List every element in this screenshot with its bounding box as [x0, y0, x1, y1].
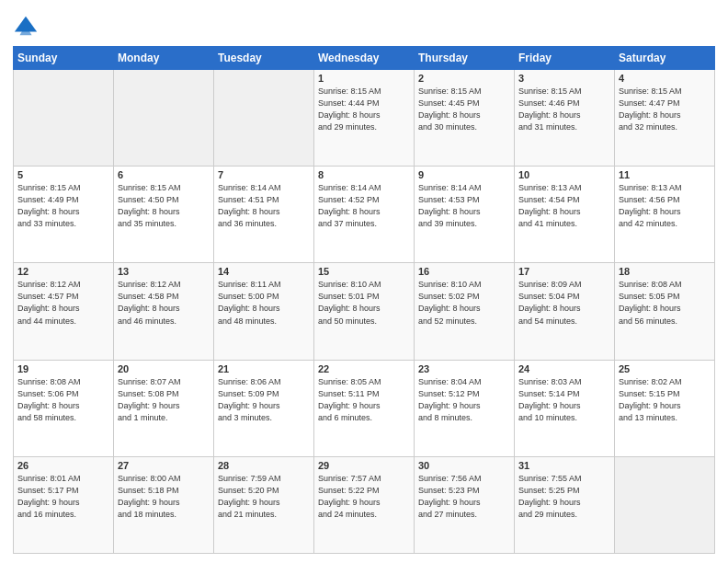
calendar-cell	[14, 70, 114, 167]
weekday-header-sunday: Sunday	[14, 47, 114, 70]
calendar-cell: 23Sunrise: 8:04 AM Sunset: 5:12 PM Dayli…	[415, 360, 515, 456]
weekday-header-row: SundayMondayTuesdayWednesdayThursdayFrid…	[14, 47, 715, 70]
day-info: Sunrise: 8:15 AM Sunset: 4:46 PM Dayligh…	[518, 86, 610, 133]
calendar-cell: 27Sunrise: 8:00 AM Sunset: 5:18 PM Dayli…	[114, 456, 214, 553]
day-info: Sunrise: 8:05 AM Sunset: 5:11 PM Dayligh…	[318, 376, 410, 424]
day-info: Sunrise: 8:13 AM Sunset: 4:56 PM Dayligh…	[619, 182, 711, 230]
calendar-cell: 30Sunrise: 7:56 AM Sunset: 5:23 PM Dayli…	[415, 456, 515, 553]
day-info: Sunrise: 8:13 AM Sunset: 4:54 PM Dayligh…	[518, 182, 610, 230]
calendar-cell: 11Sunrise: 8:13 AM Sunset: 4:56 PM Dayli…	[615, 167, 715, 263]
day-info: Sunrise: 7:57 AM Sunset: 5:22 PM Dayligh…	[318, 473, 410, 521]
day-number: 15	[318, 266, 410, 277]
day-info: Sunrise: 8:08 AM Sunset: 5:05 PM Dayligh…	[619, 279, 711, 327]
day-number: 9	[418, 169, 510, 180]
day-number: 20	[118, 363, 210, 374]
day-number: 17	[518, 266, 610, 277]
day-number: 24	[518, 363, 610, 374]
calendar-cell: 22Sunrise: 8:05 AM Sunset: 5:11 PM Dayli…	[314, 360, 415, 456]
calendar-cell: 17Sunrise: 8:09 AM Sunset: 5:04 PM Dayli…	[515, 263, 615, 360]
calendar-cell: 8Sunrise: 8:14 AM Sunset: 4:52 PM Daylig…	[314, 167, 415, 263]
day-number: 25	[619, 363, 711, 374]
day-info: Sunrise: 8:15 AM Sunset: 4:47 PM Dayligh…	[619, 86, 711, 133]
calendar-cell: 16Sunrise: 8:10 AM Sunset: 5:02 PM Dayli…	[415, 263, 515, 360]
calendar-cell: 4Sunrise: 8:15 AM Sunset: 4:47 PM Daylig…	[615, 70, 715, 167]
calendar-cell: 3Sunrise: 8:15 AM Sunset: 4:46 PM Daylig…	[515, 70, 615, 167]
day-number: 21	[218, 363, 310, 374]
calendar-cell: 24Sunrise: 8:03 AM Sunset: 5:14 PM Dayli…	[515, 360, 615, 456]
day-info: Sunrise: 8:12 AM Sunset: 4:58 PM Dayligh…	[118, 279, 210, 327]
day-number: 10	[518, 169, 610, 180]
day-info: Sunrise: 8:04 AM Sunset: 5:12 PM Dayligh…	[418, 376, 510, 424]
weekday-header-thursday: Thursday	[415, 47, 515, 70]
logo-icon	[13, 13, 39, 39]
calendar-cell: 9Sunrise: 8:14 AM Sunset: 4:53 PM Daylig…	[415, 167, 515, 263]
day-info: Sunrise: 8:02 AM Sunset: 5:15 PM Dayligh…	[619, 376, 711, 424]
calendar-cell: 13Sunrise: 8:12 AM Sunset: 4:58 PM Dayli…	[114, 263, 214, 360]
day-info: Sunrise: 8:14 AM Sunset: 4:53 PM Dayligh…	[418, 182, 510, 230]
calendar-cell: 5Sunrise: 8:15 AM Sunset: 4:49 PM Daylig…	[14, 167, 114, 263]
day-number: 28	[218, 460, 310, 471]
calendar-week-4: 19Sunrise: 8:08 AM Sunset: 5:06 PM Dayli…	[14, 360, 715, 456]
day-number: 7	[218, 169, 310, 180]
day-number: 11	[619, 169, 711, 180]
day-info: Sunrise: 8:15 AM Sunset: 4:45 PM Dayligh…	[418, 86, 510, 133]
day-number: 18	[619, 266, 711, 277]
day-info: Sunrise: 8:09 AM Sunset: 5:04 PM Dayligh…	[518, 279, 610, 327]
day-info: Sunrise: 8:03 AM Sunset: 5:14 PM Dayligh…	[518, 376, 610, 424]
day-number: 5	[17, 169, 109, 180]
weekday-header-wednesday: Wednesday	[314, 47, 415, 70]
calendar-cell: 6Sunrise: 8:15 AM Sunset: 4:50 PM Daylig…	[114, 167, 214, 263]
weekday-header-tuesday: Tuesday	[214, 47, 314, 70]
day-info: Sunrise: 8:00 AM Sunset: 5:18 PM Dayligh…	[118, 473, 210, 521]
day-number: 27	[118, 460, 210, 471]
calendar-cell: 20Sunrise: 8:07 AM Sunset: 5:08 PM Dayli…	[114, 360, 214, 456]
calendar-cell: 26Sunrise: 8:01 AM Sunset: 5:17 PM Dayli…	[14, 456, 114, 553]
day-info: Sunrise: 8:14 AM Sunset: 4:51 PM Dayligh…	[218, 182, 310, 230]
day-number: 23	[418, 363, 510, 374]
day-info: Sunrise: 8:10 AM Sunset: 5:01 PM Dayligh…	[318, 279, 410, 327]
header	[13, 9, 715, 39]
calendar-week-1: 1Sunrise: 8:15 AM Sunset: 4:44 PM Daylig…	[14, 70, 715, 167]
logo-area	[13, 13, 40, 39]
calendar-cell: 19Sunrise: 8:08 AM Sunset: 5:06 PM Dayli…	[14, 360, 114, 456]
calendar-week-2: 5Sunrise: 8:15 AM Sunset: 4:49 PM Daylig…	[14, 167, 715, 263]
day-number: 16	[418, 266, 510, 277]
calendar-cell: 18Sunrise: 8:08 AM Sunset: 5:05 PM Dayli…	[615, 263, 715, 360]
calendar-cell	[114, 70, 214, 167]
calendar-week-5: 26Sunrise: 8:01 AM Sunset: 5:17 PM Dayli…	[14, 456, 715, 553]
calendar-cell: 10Sunrise: 8:13 AM Sunset: 4:54 PM Dayli…	[515, 167, 615, 263]
calendar-cell: 2Sunrise: 8:15 AM Sunset: 4:45 PM Daylig…	[415, 70, 515, 167]
day-info: Sunrise: 7:59 AM Sunset: 5:20 PM Dayligh…	[218, 473, 310, 521]
day-info: Sunrise: 8:14 AM Sunset: 4:52 PM Dayligh…	[318, 182, 410, 230]
calendar-cell: 15Sunrise: 8:10 AM Sunset: 5:01 PM Dayli…	[314, 263, 415, 360]
day-number: 8	[318, 169, 410, 180]
day-info: Sunrise: 7:56 AM Sunset: 5:23 PM Dayligh…	[418, 473, 510, 521]
calendar-cell: 1Sunrise: 8:15 AM Sunset: 4:44 PM Daylig…	[314, 70, 415, 167]
calendar-cell: 7Sunrise: 8:14 AM Sunset: 4:51 PM Daylig…	[214, 167, 314, 263]
day-info: Sunrise: 8:08 AM Sunset: 5:06 PM Dayligh…	[17, 376, 109, 424]
day-info: Sunrise: 8:15 AM Sunset: 4:44 PM Dayligh…	[318, 86, 410, 133]
day-info: Sunrise: 8:07 AM Sunset: 5:08 PM Dayligh…	[118, 376, 210, 424]
day-info: Sunrise: 8:11 AM Sunset: 5:00 PM Dayligh…	[218, 279, 310, 327]
day-number: 2	[418, 73, 510, 84]
day-number: 13	[118, 266, 210, 277]
day-number: 1	[318, 73, 410, 84]
weekday-header-friday: Friday	[515, 47, 615, 70]
calendar-table: SundayMondayTuesdayWednesdayThursdayFrid…	[13, 46, 715, 554]
day-number: 12	[17, 266, 109, 277]
calendar-cell: 31Sunrise: 7:55 AM Sunset: 5:25 PM Dayli…	[515, 456, 615, 553]
day-number: 3	[518, 73, 610, 84]
day-info: Sunrise: 7:55 AM Sunset: 5:25 PM Dayligh…	[518, 473, 610, 521]
day-number: 22	[318, 363, 410, 374]
day-info: Sunrise: 8:06 AM Sunset: 5:09 PM Dayligh…	[218, 376, 310, 424]
calendar-cell: 12Sunrise: 8:12 AM Sunset: 4:57 PM Dayli…	[14, 263, 114, 360]
day-info: Sunrise: 8:10 AM Sunset: 5:02 PM Dayligh…	[418, 279, 510, 327]
day-number: 19	[17, 363, 109, 374]
day-number: 29	[318, 460, 410, 471]
calendar-cell	[615, 456, 715, 553]
weekday-header-monday: Monday	[114, 47, 214, 70]
day-info: Sunrise: 8:12 AM Sunset: 4:57 PM Dayligh…	[17, 279, 109, 327]
calendar-cell	[214, 70, 314, 167]
calendar-cell: 14Sunrise: 8:11 AM Sunset: 5:00 PM Dayli…	[214, 263, 314, 360]
weekday-header-saturday: Saturday	[615, 47, 715, 70]
